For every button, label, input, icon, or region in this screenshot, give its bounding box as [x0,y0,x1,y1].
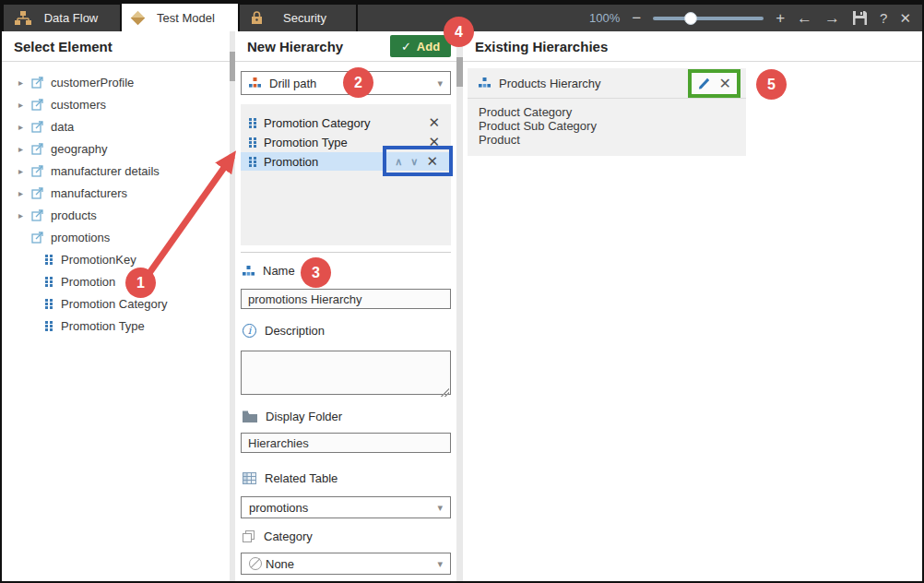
tree-item-promotion-category[interactable]: Promotion Category [2,292,230,315]
description-label: Description [265,324,325,338]
delete-icon[interactable]: ✕ [719,75,731,92]
description-input[interactable] [241,351,451,395]
level-row-promotion-category[interactable]: Promotion Category ✕ [241,113,451,132]
remove-level-icon[interactable]: ✕ [428,114,440,131]
select-element-panel: Select Element ▸ customerProfile ▸ custo… [2,31,230,581]
column-icon [248,156,258,167]
expander-icon[interactable]: ▸ [18,77,31,88]
tab-security[interactable]: Security [240,5,356,31]
new-hierarchy-panel: New Hierarchy ✓ Add Drill path ▾ [235,31,456,581]
level-label: Promotion Category [264,116,428,130]
expander-icon[interactable]: ▸ [18,210,31,220]
zoom-out-button[interactable]: − [632,10,641,26]
app-window: Data Flow Test Model Security 100% − + ←… [0,0,924,583]
level-row-promotion-type[interactable]: Promotion Type ✕ [241,133,451,151]
name-label-row: Name [241,264,451,278]
tree-item-geography[interactable]: ▸ geography [2,137,230,160]
chevron-down-icon: ▾ [437,77,443,89]
column-icon [248,137,258,148]
layers-icon [243,530,255,543]
add-button[interactable]: ✓ Add [390,35,451,57]
data-flow-icon [15,11,31,26]
table-icon [31,231,44,244]
tree-item-promotions[interactable]: promotions [2,226,230,248]
drill-path-icon [249,77,261,89]
tree-item-label: promotions [51,231,110,244]
display-folder-input[interactable] [241,433,451,453]
close-button[interactable]: ✕ [899,11,911,25]
move-up-icon[interactable]: ∧ [395,156,402,168]
name-input[interactable] [241,289,451,309]
tree-item-customers[interactable]: ▸ customers [2,93,230,115]
move-down-icon[interactable]: ∨ [410,156,418,168]
tab-label: Data Flow [31,11,120,25]
related-table-label-row: Related Table [241,471,451,485]
drill-path-dropdown[interactable]: Drill path ▾ [241,71,451,95]
zoom-slider-thumb[interactable] [684,12,697,25]
main-area: Select Element ▸ customerProfile ▸ custo… [2,31,922,581]
edit-pencil-icon[interactable] [697,77,711,90]
remove-level-icon[interactable]: ✕ [426,153,438,170]
category-label: Category [264,529,313,543]
tree-item-manufacturer-details[interactable]: ▸ manufacturer details [2,160,230,182]
name-label: Name [263,264,295,278]
zoom-slider[interactable] [653,17,764,20]
drill-path-label: Drill path [269,77,316,90]
column-icon [44,276,54,287]
tree-item-data[interactable]: ▸ data [2,115,230,137]
level-label: Promotion Type [264,136,428,149]
hierarchy-level: Product [479,133,735,147]
column-icon [44,254,54,265]
level-row-promotion[interactable]: Promotion ∧ ∨ ✕ [241,152,451,171]
tree-item-products[interactable]: ▸ products [2,204,230,226]
tree-item-label: Promotion [61,275,115,289]
test-model-icon [133,13,143,23]
tab-label: Test Model [143,11,238,25]
expander-icon[interactable]: ▸ [18,100,31,110]
undo-arrow-button[interactable]: ← [797,10,812,26]
table-icon [31,186,44,199]
resize-grip-icon[interactable] [441,388,449,397]
tree-item-label: Promotion Type [61,319,145,333]
related-table-dropdown[interactable]: promotions ▾ [241,496,451,518]
tab-label: Security [263,11,356,25]
related-table-value: promotions [249,501,308,515]
panel-splitter[interactable] [230,31,235,581]
tab-test-model[interactable]: Test Model [122,4,238,31]
table-icon [31,98,44,111]
category-dropdown[interactable]: None ▾ [241,553,451,575]
tree-item-label: geography [51,142,107,156]
zoom-in-button[interactable]: + [776,10,785,26]
expander-icon[interactable]: ▸ [18,188,31,198]
tree-item-promotionkey[interactable]: PromotionKey [2,248,230,270]
tab-data-flow[interactable]: Data Flow [4,5,120,31]
expander-icon[interactable]: ▸ [18,122,31,132]
redo-arrow-button[interactable]: → [824,10,840,26]
tree-item-promotion[interactable]: Promotion [2,270,230,292]
column-icon [44,298,54,309]
tree-item-manufacturers[interactable]: ▸ manufacturers [2,182,230,204]
save-icon[interactable] [852,10,868,26]
table-icon [31,120,44,133]
hierarchy-levels: Product Category Product Sub Category Pr… [468,99,746,156]
tree-item-promotion-type[interactable]: Promotion Type [2,315,230,337]
table-icon [31,208,44,221]
expander-icon[interactable]: ▸ [18,166,31,176]
related-table-icon [243,472,256,484]
tree-item-label: customers [51,98,106,112]
expander-icon[interactable]: ▸ [18,144,31,154]
element-tree: ▸ customerProfile ▸ customers ▸ data ▸ [2,62,230,337]
folder-icon [243,410,257,422]
tree-item-label: manufacturer details [51,164,160,178]
remove-level-icon[interactable]: ✕ [428,134,440,150]
tree-item-customerprofile[interactable]: ▸ customerProfile [2,71,230,93]
hierarchy-icon [243,266,255,277]
panel-splitter[interactable] [456,31,463,581]
chevron-down-icon: ▾ [437,502,443,514]
help-button[interactable]: ? [880,11,887,25]
top-tab-bar: Data Flow Test Model Security 100% − + ←… [2,2,922,31]
related-table-label: Related Table [265,471,338,485]
panel-title: Existing Hierarchies [463,31,922,62]
category-value: None [266,557,294,571]
hierarchy-title: Products Hierarchy [499,77,601,90]
